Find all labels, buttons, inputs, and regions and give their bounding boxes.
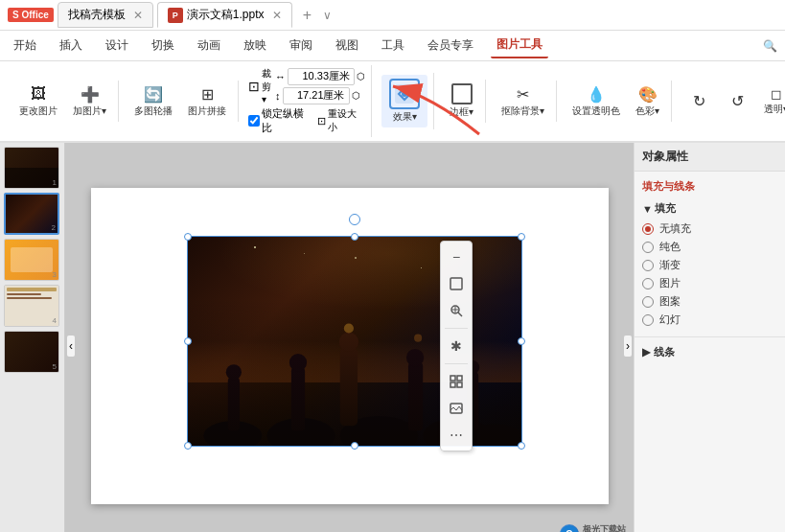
fill-slide-radio[interactable] [642,314,654,326]
fill-pattern-radio[interactable] [642,296,654,308]
fill-option-gradient[interactable]: 渐变 [642,256,777,274]
menu-animation[interactable]: 动画 [192,34,226,58]
carousel-button[interactable]: 🔄 多图轮播 [128,82,178,120]
rotate-left-button[interactable]: ↺ [720,90,754,112]
handle-middle-right[interactable] [518,337,525,345]
rotate-handle[interactable] [349,214,360,225]
lock-ratio-label: 锁定纵横比 [262,106,313,135]
ribbon-group-multi: 🔄 多图轮播 ⊞ 图片拼接 [123,81,239,122]
search-icon[interactable]: 🔍 [763,39,777,53]
menu-transition[interactable]: 切换 [146,34,180,58]
right-panel-title: 对象属性 [635,143,785,172]
handle-bottom-middle[interactable] [351,442,358,450]
fill-option-slide[interactable]: 幻灯 [642,311,777,329]
fill-solid-radio[interactable] [642,242,654,253]
change-image-button[interactable]: 🖼 更改图片 [13,82,63,120]
tab-template[interactable]: 找稿壳模板 ✕ [58,2,153,28]
slide-thumb-4[interactable]: 4 [4,285,59,327]
add-image-button[interactable]: ➕ 加图片▾ [67,82,112,120]
ribbon-group-transform: ↻ ↺ ◻ 透明▾ [676,82,785,120]
height-stepper[interactable]: ⬡ [352,90,360,101]
handle-top-right[interactable] [518,233,525,241]
fill-option-solid[interactable]: 纯色 [642,238,777,256]
handle-middle-left[interactable] [184,337,192,345]
slide-thumb-1[interactable]: 1 [4,147,59,189]
effect-button[interactable]: 效果▾ [381,75,427,127]
opacity-button[interactable]: ◻ 透明▾ [758,84,785,118]
ft-more-button[interactable]: ⋯ [445,424,468,447]
slide-thumb-3[interactable]: 3 [4,239,59,281]
line-section: ▶ 线条 [635,337,785,367]
fill-section-label: 填充与线条 [642,179,695,194]
lock-ratio-checkbox[interactable]: 锁定纵横比 [248,106,313,135]
reset-size-icon: ⊡ [317,115,326,127]
tab-pptx[interactable]: P 演示文稿1.pptx ✕ [157,2,292,28]
new-tab-button[interactable]: + [296,4,319,27]
slide-thumb-5[interactable]: 5 [4,331,59,373]
width-stepper[interactable]: ⬡ [357,71,365,81]
menu-tools[interactable]: 工具 [376,34,410,58]
fill-gradient-radio[interactable] [642,260,654,271]
ft-zoom-button[interactable] [445,299,468,322]
tab-chevron[interactable]: ∨ [323,9,332,22]
handle-bottom-left[interactable] [184,442,192,450]
menu-view[interactable]: 视图 [330,34,364,58]
ft-star-button[interactable]: ✱ [445,335,468,358]
fill-option-none[interactable]: 无填充 [642,220,777,238]
transparent-color-button[interactable]: 💧 设置透明色 [566,82,626,120]
svg-rect-20 [450,278,462,289]
fill-section-header[interactable]: 填充与线条 [642,175,777,197]
fill-option-pattern[interactable]: 图案 [642,292,777,311]
fill-option-picture[interactable]: 图片 [642,274,777,292]
carousel-icon: 🔄 [144,84,163,104]
menu-review[interactable]: 审阅 [284,34,318,58]
collapse-left-button[interactable]: ‹ [67,335,75,357]
tab-template-label: 找稿壳模板 [68,7,126,23]
border-button[interactable]: 边框▾ [444,81,479,121]
fill-picture-radio[interactable] [642,278,654,289]
tab-template-close[interactable]: ✕ [133,9,143,22]
line-section-header[interactable]: ▶ 线条 [642,341,777,363]
color-adjust-button[interactable]: 🎨 色彩▾ [630,82,665,120]
fill-none-radio[interactable] [642,223,654,235]
menu-picture-tools[interactable]: 图片工具 [491,33,548,58]
collapse-left-icon: ‹ [69,339,73,353]
menu-insert[interactable]: 插入 [54,34,88,58]
ft-minus-button[interactable]: − [445,245,468,268]
menu-start[interactable]: 开始 [8,34,42,58]
tab-pptx-close[interactable]: ✕ [272,9,282,22]
height-input[interactable] [283,87,350,104]
lock-ratio-check[interactable] [248,115,260,127]
slide-num-3: 3 [53,270,57,279]
fill-subsection-header[interactable]: ▼ 填充 [642,201,777,216]
removebg-button[interactable]: ✂ 抠除背景▾ [496,82,550,120]
watermark-text-group: 极光下载站 www.xz7.com [583,523,630,532]
collage-button[interactable]: ⊞ 图片拼接 [182,82,232,120]
handle-bottom-right[interactable] [518,442,525,450]
handle-top-middle[interactable] [351,233,358,241]
menu-vip[interactable]: 会员专享 [422,34,479,58]
handle-top-left[interactable] [184,233,192,241]
fill-gradient-label: 渐变 [659,258,681,272]
collage-icon: ⊞ [197,84,217,104]
line-chevron-icon: ▶ [642,346,650,359]
main-area: 1 2 3 4 5 [0,143,785,532]
fill-solid-label: 纯色 [659,240,681,254]
menu-design[interactable]: 设计 [100,34,134,58]
width-input[interactable] [288,68,355,85]
slide-thumb-2[interactable]: 2 [4,193,59,235]
slide-canvas [91,188,609,504]
ft-image-button[interactable] [445,397,468,420]
slide-num-2: 2 [52,223,56,232]
menu-slideshow[interactable]: 放映 [238,34,272,58]
rotate-right-button[interactable]: ↻ [681,90,716,112]
height-row: ↕ ⬡ [275,87,365,104]
border-icon [451,83,473,104]
ft-crop-button[interactable] [445,272,468,295]
slides-panel: 1 2 3 4 5 [0,143,65,532]
collapse-right-button[interactable]: › [624,335,632,357]
reset-size-button[interactable]: ⊡ 重设大小 [317,107,365,134]
ft-expand-button[interactable] [445,370,468,393]
canvas-area: ‹ › [65,143,634,532]
tab-pptx-label: 演示文稿1.pptx [187,7,265,23]
